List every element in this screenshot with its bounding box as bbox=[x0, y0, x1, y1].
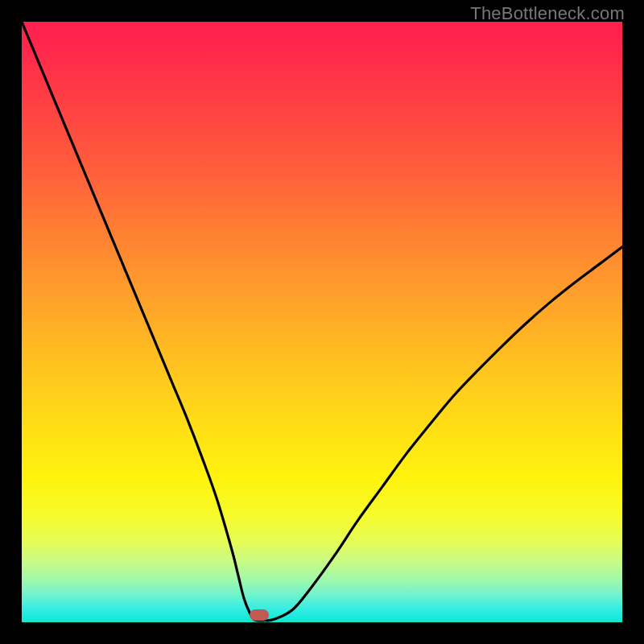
bottleneck-curve bbox=[22, 22, 622, 622]
watermark-text: TheBottleneck.com bbox=[470, 3, 625, 24]
plot-area bbox=[22, 22, 622, 622]
chart-card: TheBottleneck.com bbox=[0, 0, 644, 644]
optimal-point-marker bbox=[250, 609, 269, 621]
